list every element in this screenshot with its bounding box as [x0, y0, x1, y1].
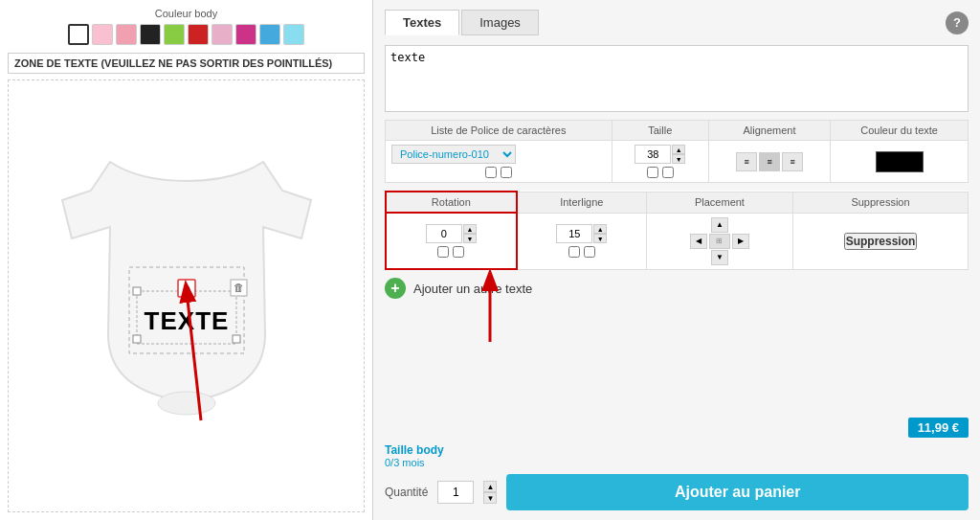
- taille-body-section: Taille body 0/3 mois: [385, 443, 969, 468]
- taille-spin-btns: ▲ ▼: [672, 145, 685, 164]
- rotation-spin-up[interactable]: ▲: [463, 224, 477, 234]
- rotation-input-wrap: ▲ ▼: [392, 224, 510, 243]
- product-area: ↻ 🗑 TEXTE: [8, 79, 365, 512]
- color-swatch-pink-light[interactable]: [92, 24, 113, 45]
- svg-rect-7: [133, 287, 141, 295]
- svg-text:↻: ↻: [183, 283, 190, 294]
- price-row: 11,99 €: [385, 418, 969, 438]
- color-swatch-green[interactable]: [164, 24, 185, 45]
- taille-checkbox-1[interactable]: [647, 167, 658, 178]
- col-rotation: Rotation: [386, 192, 517, 213]
- tab-textes[interactable]: Textes: [385, 10, 459, 35]
- rotation-input[interactable]: [426, 224, 462, 243]
- interligne-input[interactable]: [556, 224, 592, 243]
- taille-spin-up[interactable]: ▲: [672, 145, 685, 154]
- font-checkbox-2[interactable]: [501, 167, 512, 178]
- text-input[interactable]: texte: [385, 45, 969, 112]
- svg-text:TEXTE: TEXTE: [144, 306, 229, 335]
- color-swatches: [68, 24, 304, 45]
- color-swatch-mauve-light[interactable]: [212, 24, 233, 45]
- qty-spin-up[interactable]: ▲: [483, 481, 497, 492]
- col-couleur-texte: Couleur du texte: [831, 121, 969, 141]
- align-left-btn[interactable]: ≡: [736, 152, 757, 171]
- color-swatch-blue[interactable]: [259, 24, 280, 45]
- col-alignement: Alignement: [708, 121, 830, 141]
- font-checkbox-1[interactable]: [485, 167, 497, 178]
- interligne-spin-down[interactable]: ▼: [593, 234, 607, 243]
- color-swatch-black[interactable]: [140, 24, 161, 45]
- help-button[interactable]: ?: [946, 11, 969, 34]
- text-color-box[interactable]: [876, 151, 924, 172]
- placement-up-btn[interactable]: ▲: [711, 217, 728, 233]
- suppression-cell: Suppression: [792, 213, 968, 269]
- suppression-btn[interactable]: Suppression: [844, 233, 918, 250]
- price-badge: 11,99 €: [908, 418, 969, 438]
- bottom-red-arrow: [461, 270, 519, 347]
- quantity-row: Quantité ▲ ▼ Ajouter au panier: [385, 474, 969, 510]
- quantity-spins: ▲ ▼: [483, 481, 497, 504]
- placement-right-btn[interactable]: ▶: [732, 234, 749, 249]
- add-to-cart-btn[interactable]: Ajouter au panier: [506, 474, 969, 510]
- arrow-spacer: [385, 308, 969, 337]
- interligne-checkbox-2[interactable]: [584, 246, 595, 258]
- svg-text:🗑: 🗑: [234, 282, 244, 293]
- interligne-spin-up[interactable]: ▲: [593, 224, 607, 234]
- taille-input[interactable]: [635, 145, 671, 164]
- alignement-cell: ≡ ≡ ≡: [708, 141, 830, 183]
- interligne-cell: ▲ ▼: [517, 213, 647, 269]
- placement-center-area: ⊞: [709, 234, 730, 249]
- svg-rect-8: [133, 335, 141, 343]
- taille-checkbox-2[interactable]: [662, 167, 674, 178]
- color-swatch-cyan[interactable]: [283, 24, 304, 45]
- align-center-btn[interactable]: ≡: [759, 152, 780, 171]
- interligne-input-wrap: ▲ ▼: [523, 224, 640, 243]
- color-swatch-white[interactable]: [68, 24, 89, 45]
- taille-cell: ▲ ▼: [612, 141, 708, 183]
- tabs-row: Textes Images ?: [385, 10, 969, 35]
- left-panel: Couleur body ZONE DE TEXTE (VEUILLEZ NE …: [0, 0, 373, 520]
- placement-down-btn[interactable]: ▼: [711, 250, 728, 265]
- right-panel: Textes Images ? texte Liste de Police de…: [373, 0, 980, 520]
- color-swatch-purple[interactable]: [235, 24, 256, 45]
- color-swatch-pink[interactable]: [116, 24, 137, 45]
- controls-table: Liste de Police de caractères Taille Ali…: [385, 120, 969, 183]
- taille-spin-down[interactable]: ▼: [672, 154, 685, 164]
- interligne-spin-btns: ▲ ▼: [593, 224, 607, 243]
- baby-body-svg: ↻ 🗑 TEXTE: [53, 143, 321, 449]
- svg-rect-9: [233, 335, 240, 343]
- font-select-row: Police-numero-010: [391, 145, 606, 164]
- color-label: Couleur body: [155, 8, 217, 19]
- placement-controls: ▲ ◀ ⊞ ▶ ▼: [653, 217, 787, 265]
- quantity-input[interactable]: [437, 481, 474, 504]
- placement-middle-row: ◀ ⊞ ▶: [690, 234, 749, 249]
- controls-table-2: Rotation Interligne Placement Suppressio…: [385, 191, 969, 270]
- rotation-checkbox-1[interactable]: [437, 246, 449, 258]
- col-suppression: Suppression: [792, 192, 968, 213]
- taille-body-value: 0/3 mois: [385, 457, 969, 468]
- align-btns: ≡ ≡ ≡: [715, 152, 824, 171]
- bottom-section: 11,99 € Taille body 0/3 mois Quantité ▲ …: [385, 418, 969, 510]
- placement-cell: ▲ ◀ ⊞ ▶ ▼: [646, 213, 792, 269]
- placement-left-btn[interactable]: ◀: [690, 234, 707, 249]
- color-swatch-red[interactable]: [188, 24, 209, 45]
- tshirt-container: ↻ 🗑 TEXTE: [53, 143, 321, 449]
- svg-point-0: [158, 392, 215, 415]
- qty-spin-down[interactable]: ▼: [483, 492, 497, 504]
- color-section: Couleur body: [8, 8, 365, 45]
- interligne-checkbox-1[interactable]: [568, 246, 580, 258]
- taille-body-label: Taille body: [385, 443, 969, 457]
- rotation-spin-down[interactable]: ▼: [463, 234, 477, 243]
- quantity-label: Quantité: [385, 486, 428, 499]
- col-taille: Taille: [612, 121, 708, 141]
- tab-images[interactable]: Images: [461, 10, 539, 35]
- align-right-btn[interactable]: ≡: [782, 152, 803, 171]
- font-select[interactable]: Police-numero-010: [391, 145, 516, 164]
- col-font-list: Liste de Police de caractères: [386, 121, 612, 141]
- rotation-cell: ▲ ▼: [386, 213, 517, 269]
- taille-input-wrap: ▲ ▼: [618, 145, 702, 164]
- zone-label: ZONE DE TEXTE (VEUILLEZ NE PAS SORTIR DE…: [8, 53, 365, 74]
- rotation-spin-btns: ▲ ▼: [463, 224, 477, 243]
- add-text-icon[interactable]: +: [385, 278, 406, 299]
- col-interligne: Interligne: [517, 192, 647, 213]
- rotation-checkbox-2[interactable]: [453, 246, 464, 258]
